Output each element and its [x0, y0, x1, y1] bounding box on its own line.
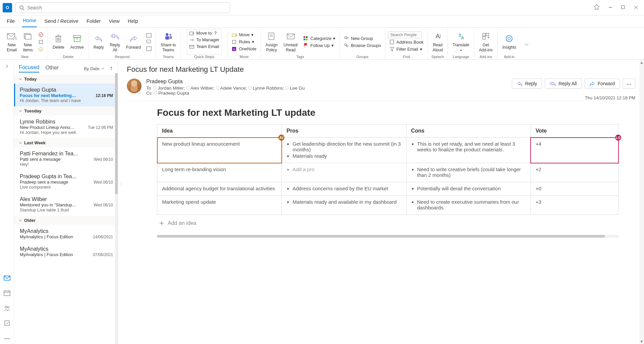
recipient[interactable]: Lee Gu — [288, 86, 305, 91]
reply-button[interactable]: Reply — [92, 33, 106, 50]
cell-cons[interactable]: Need to write creative briefs (could tak… — [406, 163, 531, 182]
tab-other[interactable]: Other — [45, 65, 59, 72]
recipient[interactable]: Adele Vance; — [219, 86, 248, 91]
recipient[interactable]: Lynne Robbins; — [252, 86, 285, 91]
msglist-scrollbar[interactable] — [115, 73, 118, 344]
rail-todo-icon[interactable] — [4, 320, 10, 327]
menu-tab-home[interactable]: Home — [22, 15, 37, 27]
add-idea-button[interactable]: Add an idea — [157, 215, 619, 232]
rail-expand-button[interactable] — [5, 64, 9, 69]
cell-cons[interactable]: Need to create executive summaries from … — [406, 196, 531, 215]
search-input[interactable] — [27, 5, 226, 10]
follow-up-button[interactable]: Follow Up ▾ — [302, 42, 337, 49]
reading-scrollbar[interactable]: ▲ ▼ — [639, 60, 644, 344]
browse-groups-button[interactable]: Browse Groups — [342, 42, 382, 49]
loop-h-scrollbar[interactable] — [157, 235, 619, 238]
rail-more-icon[interactable] — [4, 335, 10, 341]
cell-cons[interactable]: This is not yet ready, and we need at le… — [406, 138, 531, 163]
cell-vote[interactable]: +3 — [531, 196, 618, 215]
move-button[interactable]: Move ▾ — [230, 32, 258, 38]
quickstep-move-to[interactable]: Move to: ? — [188, 30, 221, 36]
translate-button[interactable]: 文ATranslate▾ — [450, 31, 471, 53]
new-items-button[interactable]: New Items — [21, 31, 35, 53]
recipient[interactable]: Alex Wilber; — [190, 86, 216, 91]
share-to-teams-button[interactable]: Share to Teams — [159, 31, 178, 53]
splitter-handle[interactable] — [120, 181, 122, 185]
cell-pros[interactable]: Add a pro — [282, 163, 406, 182]
reply-action[interactable]: Reply — [512, 79, 542, 89]
sort-button[interactable]: By Date — [84, 66, 113, 71]
message-item[interactable]: Pradeep Gupta in Tea...Pradeep sent a me… — [14, 170, 118, 193]
im-reply-button[interactable] — [145, 39, 153, 45]
reply-all-action[interactable]: Reply All — [545, 79, 582, 89]
junk-button[interactable]: ! — [37, 46, 45, 53]
ribbon-collapse-button[interactable] — [521, 42, 532, 47]
menu-tab-file[interactable]: File — [6, 16, 15, 27]
message-item[interactable]: Alex WilberMentioned you in "Standup Liv… — [14, 193, 118, 216]
table-row[interactable]: Additional agency budget for translation… — [157, 182, 619, 196]
new-group-button[interactable]: New Group — [342, 35, 382, 42]
rail-calendar-icon[interactable] — [4, 290, 10, 297]
quickstep-to-manager[interactable]: To Manager — [188, 37, 221, 43]
cell-idea[interactable]: New product lineup announcementAV — [157, 138, 282, 163]
cell-idea[interactable]: Long term re-branding vision — [157, 163, 282, 182]
sender-avatar[interactable] — [127, 79, 142, 93]
delete-button[interactable]: Delete — [51, 33, 66, 50]
msglist-group-header[interactable]: Last Week — [14, 138, 118, 147]
archive-button[interactable]: Archive — [68, 33, 86, 50]
forward-action[interactable]: Forward — [585, 79, 620, 89]
ignore-button[interactable] — [37, 31, 45, 38]
message-item[interactable]: Pradeep GuptaFocus for next Marketing LT… — [14, 84, 118, 106]
cell-pros[interactable]: Address concerns raised by the EU market — [282, 182, 406, 196]
more-respond-button[interactable] — [145, 46, 153, 52]
cell-pros[interactable]: Get leadership direction for the new sum… — [282, 138, 406, 163]
search-people-input[interactable] — [388, 32, 422, 38]
msglist-group-header[interactable]: Older — [14, 216, 118, 225]
more-actions-button[interactable] — [623, 79, 635, 89]
table-row[interactable]: New product lineup announcementAVGet lea… — [157, 138, 619, 163]
categorize-button[interactable]: Categorize ▾ — [302, 35, 337, 42]
cell-pros[interactable]: Materials ready and available in my dash… — [282, 196, 406, 215]
cell-idea[interactable]: Marketing spend update — [157, 196, 282, 215]
insights-button[interactable]: Insights — [500, 33, 518, 50]
meeting-button[interactable] — [145, 32, 153, 38]
cell-idea[interactable]: Additional agency budget for translation… — [157, 182, 282, 196]
table-row[interactable]: Long term re-branding visionAdd a proNee… — [157, 163, 619, 182]
searchbox[interactable] — [15, 2, 230, 13]
assign-policy-button[interactable]: Assign Policy — [264, 31, 280, 53]
menu-tab-help[interactable]: Help — [127, 16, 139, 27]
quickstep-team-email[interactable]: Team Email — [188, 43, 221, 50]
read-aloud-button[interactable]: ARead Aloud — [431, 31, 445, 53]
window-maximize-button[interactable] — [621, 5, 625, 10]
filter-email-button[interactable]: Filter Email ▾ — [388, 46, 425, 52]
get-addins-button[interactable]: +Get Add-ins — [477, 31, 495, 53]
menu-tab-folder[interactable]: Folder — [86, 16, 102, 27]
unread-read-button[interactable]: Unread/ Read — [282, 31, 300, 53]
forward-button[interactable]: Forward — [124, 33, 143, 50]
coming-soon-icon[interactable] — [594, 4, 600, 11]
new-email-button[interactable]: +New Email — [5, 31, 19, 53]
cleanup-button[interactable] — [37, 39, 45, 45]
onenote-button[interactable]: NOneNote — [230, 46, 258, 52]
cell-vote[interactable]: +0 — [531, 182, 618, 196]
msglist-group-header[interactable]: Tuesday — [14, 106, 118, 115]
rules-button[interactable]: Rules ▾ — [230, 39, 258, 45]
msglist-group-header[interactable]: Today — [14, 75, 118, 84]
recipient[interactable]: Pradeep Gupta — [157, 91, 189, 96]
window-minimize-button[interactable] — [608, 5, 612, 10]
recipient[interactable]: Jordan Miller; — [156, 86, 186, 91]
window-close-button[interactable] — [634, 5, 638, 10]
cell-vote[interactable]: +4LG — [531, 138, 618, 163]
message-item[interactable]: MyAnalyticsMyAnalytics | Focus Edition14… — [14, 225, 118, 243]
menu-tab-view[interactable]: View — [108, 16, 120, 27]
message-item[interactable]: Patti Fernandez in Tea...Patti sent a me… — [14, 147, 118, 170]
cell-cons[interactable]: Potentially will derail the conversation — [406, 182, 531, 196]
cell-vote[interactable]: +2 — [531, 163, 618, 182]
message-item[interactable]: Lynne RobbinsNew Product Lineup Announce… — [14, 115, 118, 138]
address-book-button[interactable]: Address Book — [388, 39, 425, 45]
table-row[interactable]: Marketing spend updateMaterials ready an… — [157, 196, 619, 215]
rail-mail-icon[interactable] — [4, 276, 10, 282]
tab-focused[interactable]: Focused — [19, 64, 39, 72]
message-item[interactable]: MyAnalyticsMyAnalytics | Focus Edition07… — [14, 243, 118, 260]
menu-tab-send-receive[interactable]: Send / Receive — [44, 16, 79, 27]
